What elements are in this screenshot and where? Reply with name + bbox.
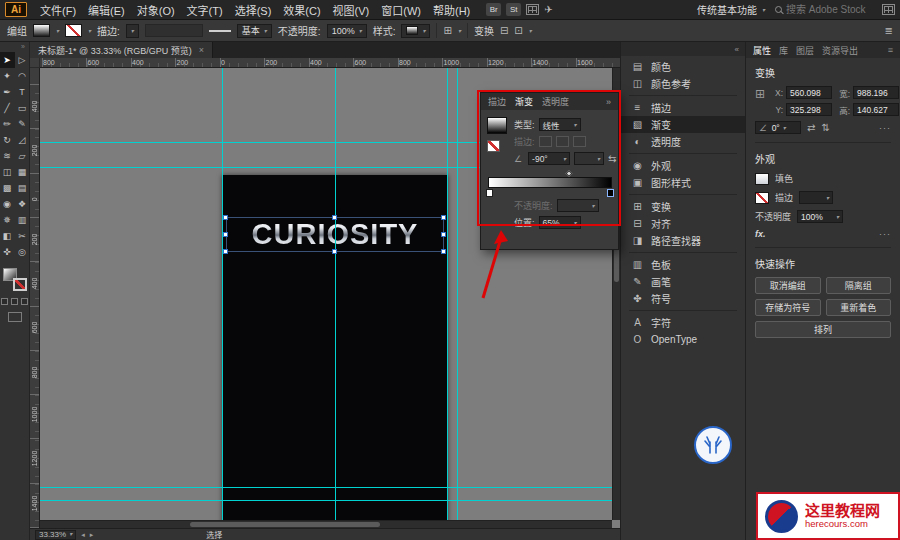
tool-artboard[interactable]: ◧: [0, 228, 15, 244]
align-icon[interactable]: ⊞: [443, 25, 451, 36]
gradient-stop-black[interactable]: [607, 189, 614, 197]
tool-magic-wand[interactable]: ✦: [0, 68, 15, 84]
quick-action-button[interactable]: 存储为符号: [755, 299, 821, 316]
close-icon[interactable]: ×: [199, 45, 204, 55]
dock-item-stroke[interactable]: ≡ 描边: [621, 99, 745, 116]
fill-stroke-widget[interactable]: [3, 268, 27, 291]
flip-vertical-icon[interactable]: ⇅: [821, 122, 829, 133]
tool-slice[interactable]: ✂: [15, 228, 30, 244]
tool-eyedropper[interactable]: ◉: [0, 196, 15, 212]
gradient-slider[interactable]: [488, 169, 612, 197]
flip-horizontal-icon[interactable]: ⇄: [807, 122, 815, 133]
guide-vertical[interactable]: [457, 68, 458, 528]
tab-gradient-panel[interactable]: 渐变: [515, 95, 533, 108]
search-input[interactable]: [786, 4, 872, 15]
dock-item-symbols[interactable]: ✤ 符号: [621, 290, 745, 307]
toolbar-collapse-icon[interactable]: »: [0, 42, 29, 52]
quick-action-button[interactable]: 隔离组: [826, 277, 892, 294]
gradient-type-select[interactable]: 线性: [539, 118, 581, 131]
dock-expand-icon[interactable]: [621, 42, 745, 56]
rotation-select[interactable]: 0°: [755, 121, 801, 134]
horizontal-ruler[interactable]: 8006004002000200400600800100012001400160…: [40, 58, 620, 68]
opacity-select[interactable]: 100%: [327, 24, 367, 38]
stroke-across-icon[interactable]: [573, 136, 586, 147]
selection-handle[interactable]: [223, 249, 228, 254]
stroke-weight-select[interactable]: [126, 24, 139, 38]
tab-stroke-panel[interactable]: 描边: [488, 95, 506, 108]
selection-handle[interactable]: [441, 232, 446, 237]
tool-free-transform[interactable]: ▱: [15, 148, 30, 164]
quick-action-button[interactable]: 取消编组: [755, 277, 821, 294]
tool-blend[interactable]: ❖: [15, 196, 30, 212]
stroke-swatch[interactable]: [65, 24, 82, 37]
menu-item[interactable]: 视图(V): [327, 2, 376, 18]
dock-item-brushes[interactable]: ✎ 画笔: [621, 273, 745, 290]
tool-pen[interactable]: ✒: [0, 84, 15, 100]
dock-item-opentype[interactable]: O OpenType: [621, 331, 745, 348]
tool-line-segment[interactable]: ╱: [0, 100, 15, 116]
tool-zoom[interactable]: ◎: [15, 244, 30, 260]
menu-item[interactable]: 文件(F): [34, 2, 82, 18]
x-input[interactable]: 560.098: [786, 86, 832, 99]
tool-pencil[interactable]: ✎: [15, 116, 30, 132]
tool-width[interactable]: ≋: [0, 148, 15, 164]
menu-item[interactable]: 对象(O): [131, 2, 181, 18]
dock-item-swatches[interactable]: ▥ 色板: [621, 256, 745, 273]
transform-label[interactable]: 变换: [474, 23, 494, 38]
stop-opacity-select[interactable]: [557, 199, 599, 212]
menu-item[interactable]: 帮助(H): [427, 2, 476, 18]
gradient-thumbnail[interactable]: [487, 117, 507, 134]
dock-item-gradient[interactable]: ▧ 渐变: [621, 116, 745, 133]
tool-hand[interactable]: ✜: [0, 244, 15, 260]
tab-properties[interactable]: 属性: [753, 44, 771, 57]
gradient-stop-white[interactable]: [486, 189, 493, 197]
selection-handle[interactable]: [332, 215, 337, 220]
tool-paintbrush[interactable]: ✏: [0, 116, 15, 132]
dock-item-transparency[interactable]: ◐ 透明度: [621, 133, 745, 150]
stock-icon[interactable]: St: [506, 3, 521, 16]
tab-transparency-panel[interactable]: 透明度: [542, 95, 569, 108]
menu-item[interactable]: 窗口(W): [375, 2, 427, 18]
tab-layers[interactable]: 图层: [796, 44, 814, 57]
stroke-caret-icon[interactable]: [88, 25, 91, 36]
selection-handle[interactable]: [332, 249, 337, 254]
zoom-select[interactable]: 33.33%: [35, 530, 76, 540]
stroke-color-icon[interactable]: [13, 278, 27, 291]
tool-shape-builder[interactable]: ◫: [0, 164, 15, 180]
more-options[interactable]: ···: [879, 123, 891, 133]
guide-vertical[interactable]: [447, 68, 448, 528]
stroke-swatch[interactable]: [755, 192, 769, 204]
gradient-ramp[interactable]: [488, 177, 612, 188]
width-input[interactable]: 988.196: [853, 86, 899, 99]
stroke-within-icon[interactable]: [539, 136, 552, 147]
selection-handle[interactable]: [441, 249, 446, 254]
tool-gradient[interactable]: ▤: [15, 180, 30, 196]
tool-mesh[interactable]: ▩: [0, 180, 15, 196]
selection-handle[interactable]: [223, 232, 228, 237]
panel-menu-icon[interactable]: ≣: [885, 25, 893, 36]
dock-item-transform[interactable]: ⊞ 变换: [621, 198, 745, 215]
tool-selection[interactable]: ➤: [0, 52, 15, 68]
stroke-weight-select[interactable]: [799, 191, 833, 204]
fill-swatch[interactable]: [33, 24, 50, 37]
tool-rotate[interactable]: ↻: [0, 132, 15, 148]
brush-definition-select[interactable]: 基本: [237, 24, 272, 38]
dock-item-appearance[interactable]: ◉ 外观: [621, 157, 745, 174]
tab-libraries[interactable]: 库: [779, 44, 788, 57]
color-mode-icon[interactable]: [1, 298, 8, 305]
share-icon[interactable]: ✈: [544, 4, 552, 15]
prev-artboard-icon[interactable]: ◂: [81, 531, 85, 539]
quick-action-button[interactable]: 排列: [755, 321, 891, 338]
vertical-ruler[interactable]: 4002000200400600800100012001400: [30, 68, 40, 528]
document-tab[interactable]: 未标题-1* @ 33.33% (RGB/GPU 预览) ×: [30, 42, 213, 58]
isolate-icon[interactable]: ⊟: [500, 25, 508, 36]
select-similar-icon[interactable]: ⊡: [514, 25, 522, 36]
guide-vertical[interactable]: [335, 68, 336, 528]
align-caret-icon[interactable]: [458, 25, 461, 36]
workspace-grid-icon[interactable]: [882, 4, 895, 15]
tool-scale[interactable]: ◿: [15, 132, 30, 148]
guide-vertical[interactable]: [222, 68, 223, 528]
stroke-gradient-thumbnail[interactable]: [487, 140, 500, 152]
guide-horizontal[interactable]: [40, 500, 620, 501]
reverse-gradient-icon[interactable]: ⇆: [608, 153, 616, 164]
